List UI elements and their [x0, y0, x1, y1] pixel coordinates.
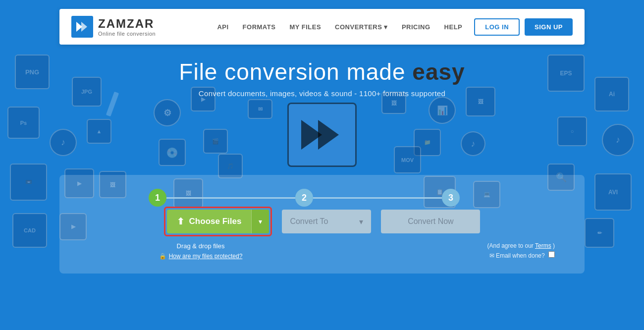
bottom-info-right: (And agree to our Terms ) ✉ Email when d…	[322, 242, 565, 259]
agree-row: (And agree to our Terms )	[322, 242, 565, 249]
agree-close: )	[553, 242, 555, 249]
choose-files-button[interactable]: ⬆ Choose Files ▾	[167, 210, 269, 233]
upload-icon: ⬆	[177, 216, 184, 227]
steps-row: 1 2 3	[149, 189, 495, 207]
step-3: 3	[442, 189, 460, 207]
hero-subtitle: Convert documents, images, videos & soun…	[0, 89, 644, 98]
svg-marker-1	[81, 22, 87, 32]
choose-files-dropdown-arrow[interactable]: ▾	[251, 210, 269, 233]
logo-svg	[74, 19, 90, 35]
agree-text: (And agree to our	[487, 242, 533, 249]
convert-now-button[interactable]: Convert Now	[381, 210, 480, 233]
hero-section: File conversion made easy Convert docume…	[0, 45, 644, 167]
step-2: 2	[295, 189, 313, 207]
email-checkbox[interactable]	[548, 251, 555, 258]
converter-panel: 1 2 3 ⬆ Choose Files ▾ Convert To ▾ Conv…	[59, 175, 585, 274]
play-arrow-2	[318, 120, 339, 150]
choose-files-wrapper: ⬆ Choose Files ▾	[164, 207, 272, 236]
deco-tape: 📼	[10, 164, 47, 201]
convert-to-arrow-icon: ▾	[359, 217, 363, 226]
deco-cad: CAD	[12, 213, 47, 248]
logo-icon	[71, 16, 93, 38]
nav-help[interactable]: HELP	[444, 23, 463, 31]
email-row: ✉ Email when done?	[322, 251, 565, 259]
convert-to-label: Convert To	[290, 217, 328, 226]
play-arrows	[305, 120, 339, 150]
deco-avi: AVI	[594, 173, 632, 211]
nav-converters-label: CONVERTERS	[335, 23, 382, 31]
choose-files-main: ⬆ Choose Files	[167, 216, 252, 227]
bottom-info-left: Drag & drop files 🔒 How are my files pro…	[79, 242, 322, 260]
hero-title-start: File conversion made	[179, 59, 412, 85]
brand-name: ZAMZAR	[98, 17, 156, 31]
action-row: ⬆ Choose Files ▾ Convert To ▾ Convert No…	[79, 207, 565, 236]
lock-icon: 🔒	[159, 253, 166, 260]
nav-formats[interactable]: FORMATS	[243, 23, 276, 31]
terms-link[interactable]: Terms	[535, 242, 551, 249]
login-button[interactable]: LOG IN	[474, 18, 520, 36]
brand-tagline: Online file conversion	[98, 31, 156, 37]
protected-link-row: 🔒 How are my files protected?	[79, 253, 322, 260]
play-area	[0, 103, 644, 167]
converters-chevron-icon: ▾	[384, 23, 388, 31]
nav-converters[interactable]: CONVERTERS ▾	[335, 23, 388, 31]
hero-title-highlight: easy	[412, 59, 465, 85]
hero-title: File conversion made easy	[0, 58, 644, 85]
nav-pricing[interactable]: PRICING	[402, 23, 430, 31]
play-box	[287, 103, 357, 167]
deco-pencil2: ✏	[585, 218, 614, 248]
nav-api[interactable]: API	[217, 23, 228, 31]
convert-to-button[interactable]: Convert To ▾	[282, 210, 371, 233]
nav-links: API FORMATS MY FILES CONVERTERS ▾ PRICIN…	[217, 23, 462, 31]
choose-files-label: Choose Files	[189, 217, 242, 226]
step-line-1	[166, 197, 295, 199]
signup-button[interactable]: SIGN UP	[525, 18, 573, 36]
step-line-2	[313, 197, 442, 199]
logo[interactable]: ZAMZAR Online file conversion	[71, 16, 156, 38]
nav-actions: LOG IN SIGN UP	[474, 18, 573, 36]
step-1: 1	[149, 189, 166, 207]
protected-link[interactable]: How are my files protected?	[169, 253, 243, 260]
navbar: ZAMZAR Online file conversion API FORMAT…	[59, 9, 585, 45]
email-label: Email when done?	[496, 252, 545, 259]
drag-drop-text: Drag & drop files	[79, 242, 322, 250]
nav-myfiles[interactable]: MY FILES	[289, 23, 321, 31]
email-icon: ✉	[489, 252, 494, 259]
logo-text-group: ZAMZAR Online file conversion	[98, 17, 156, 37]
bottom-info-row: Drag & drop files 🔒 How are my files pro…	[79, 242, 565, 260]
